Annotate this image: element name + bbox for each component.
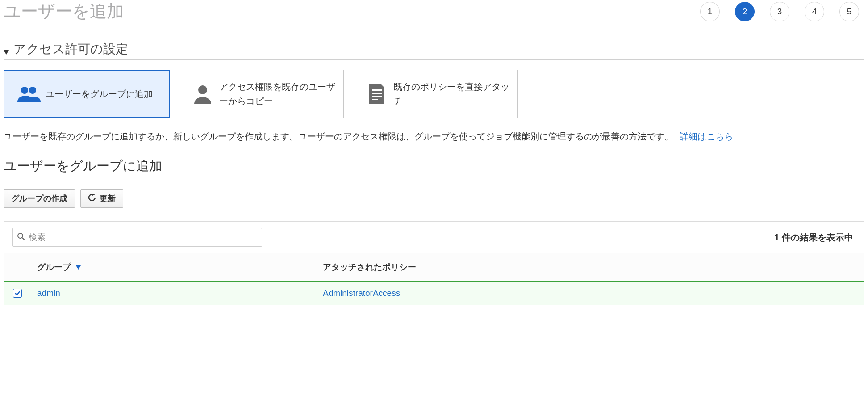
- create-group-button[interactable]: グループの作成: [4, 189, 75, 208]
- search-icon: [17, 232, 25, 243]
- search-box[interactable]: [12, 228, 262, 247]
- toolbar: グループの作成 更新: [4, 189, 864, 208]
- learn-more-link[interactable]: 詳細はこちら: [680, 131, 733, 141]
- sub-heading: ユーザーをグループに追加: [4, 157, 864, 178]
- sort-caret-icon: [76, 264, 81, 271]
- option-copy-permissions[interactable]: アクセス権限を既存のユーザーからコピー: [178, 70, 344, 118]
- description-text: ユーザーを既存のグループに追加するか、新しいグループを作成します。ユーザーのアク…: [4, 128, 864, 145]
- step-1[interactable]: 1: [700, 2, 720, 21]
- svg-point-9: [18, 233, 23, 238]
- svg-marker-0: [4, 50, 9, 55]
- option-label: アクセス権限を既存のユーザーからコピー: [219, 80, 335, 108]
- table-header: グループ アタッチされたポリシー: [4, 253, 864, 282]
- option-attach-policy[interactable]: 既存のポリシーを直接アタッチ: [352, 70, 518, 118]
- column-policy-label: アタッチされたポリシー: [323, 262, 416, 272]
- refresh-button[interactable]: 更新: [80, 189, 123, 208]
- caret-down-icon: [4, 43, 9, 58]
- svg-point-2: [29, 87, 36, 94]
- section-heading[interactable]: アクセス許可の設定: [4, 41, 864, 60]
- svg-rect-7: [372, 99, 378, 100]
- search-input[interactable]: [28, 232, 257, 243]
- users-icon: [13, 85, 46, 103]
- row-checkbox[interactable]: [13, 289, 22, 298]
- section-title-text: アクセス許可の設定: [13, 41, 128, 58]
- svg-point-3: [198, 85, 207, 94]
- groups-table: 1 件の結果を表示中 グループ アタッチされたポリシー admin: [4, 221, 864, 305]
- permission-option-cards: ユーザーをグループに追加 アクセス権限を既存のユーザーからコピー: [4, 70, 864, 118]
- step-3[interactable]: 3: [770, 2, 789, 21]
- description-body: ユーザーを既存のグループに追加するか、新しいグループを作成します。ユーザーのアク…: [4, 131, 673, 141]
- refresh-label: 更新: [100, 193, 116, 204]
- create-group-label: グループの作成: [11, 193, 67, 204]
- table-row[interactable]: admin AdministratorAccess: [4, 281, 864, 305]
- svg-rect-4: [372, 89, 382, 91]
- option-add-user-to-group[interactable]: ユーザーをグループに追加: [4, 70, 170, 118]
- svg-line-10: [22, 238, 25, 240]
- column-group-label: グループ: [37, 261, 71, 273]
- column-policy[interactable]: アタッチされたポリシー: [317, 261, 864, 273]
- step-indicator: 1 2 3 4 5: [700, 2, 864, 21]
- step-2[interactable]: 2: [735, 2, 755, 21]
- svg-rect-6: [372, 96, 382, 97]
- svg-marker-8: [92, 194, 95, 196]
- svg-point-1: [21, 87, 28, 94]
- result-count: 1 件の結果を表示中: [774, 232, 856, 244]
- policy-link[interactable]: AdministratorAccess: [323, 288, 400, 298]
- group-name-link[interactable]: admin: [37, 288, 60, 298]
- person-icon: [186, 84, 219, 104]
- svg-marker-11: [76, 265, 81, 270]
- column-group[interactable]: グループ: [31, 261, 317, 273]
- step-4[interactable]: 4: [805, 2, 824, 21]
- document-icon: [360, 83, 393, 105]
- page-title: ユーザーを追加: [4, 0, 124, 23]
- refresh-icon: [88, 194, 96, 204]
- option-label: ユーザーをグループに追加: [46, 87, 153, 101]
- option-label: 既存のポリシーを直接アタッチ: [393, 80, 509, 108]
- step-5[interactable]: 5: [839, 2, 859, 21]
- svg-rect-5: [372, 93, 382, 94]
